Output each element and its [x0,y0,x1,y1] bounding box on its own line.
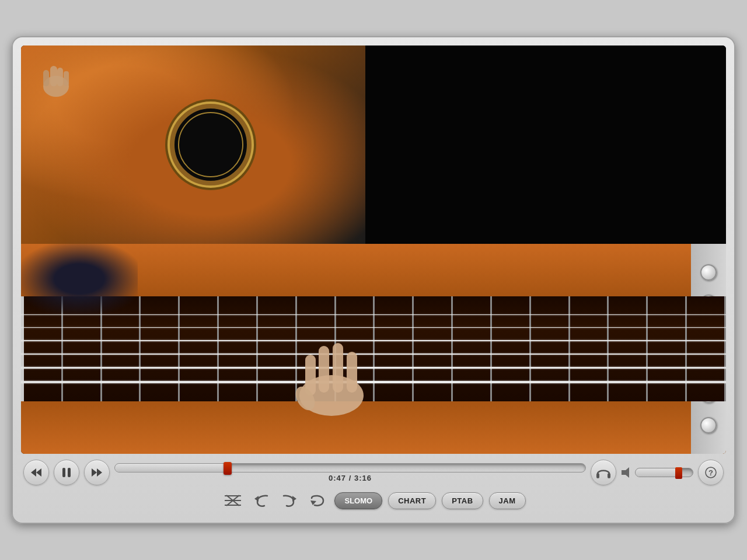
chart-button[interactable]: CHART [388,492,436,509]
video-fretboard [21,244,726,454]
ptab-button[interactable]: PTAB [442,492,483,509]
svg-marker-12 [36,468,41,477]
pause-icon [62,467,71,478]
svg-rect-8 [333,343,343,393]
svg-rect-17 [596,473,599,478]
volume-track[interactable] [635,468,693,477]
progress-area: 0:47 / 3:16 [114,463,586,482]
progress-fill [115,464,228,472]
svg-rect-14 [68,468,71,477]
bottom-bar: SLOMO CHART PTAB JAM [21,488,726,513]
svg-rect-1 [50,66,57,86]
svg-rect-4 [64,71,69,86]
pause-button[interactable] [54,460,79,485]
headphones-icon [596,466,611,480]
help-icon: ? [705,467,717,478]
progress-track[interactable] [114,463,586,473]
svg-marker-29 [310,501,316,505]
video-top-left [21,46,365,244]
loop-back-button[interactable] [250,491,273,510]
tuning-peg-6 [700,417,717,433]
controls-bar: 0:47 / 3:16 [21,454,726,488]
svg-rect-7 [319,346,329,393]
time-display: 0:47 / 3:16 [114,474,586,482]
svg-rect-18 [608,473,610,478]
svg-marker-27 [254,496,259,502]
svg-marker-11 [31,468,36,477]
video-area [21,46,726,454]
fast-forward-button[interactable] [84,460,110,485]
slomo-button[interactable]: SLOMO [334,492,382,509]
headphones-button[interactable] [591,460,616,485]
svg-marker-28 [292,496,296,502]
video-top-right [365,46,726,244]
soundhole [170,104,252,186]
tuning-peg-1 [700,264,717,281]
help-button[interactable]: ? [698,460,724,485]
player-container: 0:47 / 3:16 [12,36,735,524]
loop-back-icon [253,493,270,508]
svg-marker-19 [622,467,629,478]
svg-marker-16 [97,468,102,477]
string-1 [21,314,726,315]
svg-text:?: ? [708,468,713,477]
loop-forward-icon [281,493,298,508]
loop-all-button[interactable] [306,490,329,511]
svg-rect-2 [43,70,49,86]
rewind-icon [30,468,42,477]
fast-forward-icon [91,468,103,477]
svg-rect-9 [347,352,357,393]
svg-marker-15 [92,468,97,477]
volume-area [621,467,693,478]
fretting-hand [273,331,390,419]
rewind-button[interactable] [23,460,49,485]
svg-rect-3 [57,68,63,86]
speaker-icon [621,467,633,478]
pick-hand [39,57,74,98]
jam-button[interactable]: JAM [489,492,526,509]
volume-thumb [675,467,682,479]
speaker-svg [621,467,633,478]
progress-thumb [224,462,232,475]
svg-rect-13 [62,468,65,477]
shuffle-button[interactable] [221,490,245,511]
loop-forward-button[interactable] [278,491,301,510]
loop-all-icon [309,492,326,509]
shuffle-icon [224,492,242,509]
string-2 [21,327,726,328]
volume-fill [636,468,679,477]
